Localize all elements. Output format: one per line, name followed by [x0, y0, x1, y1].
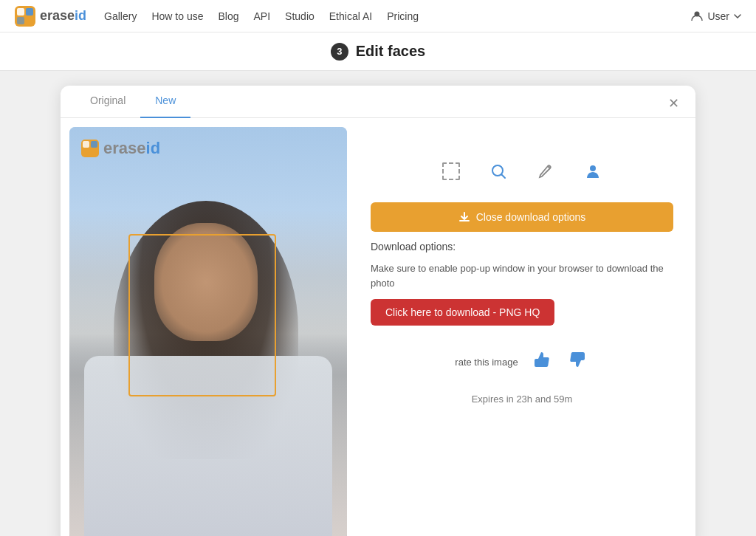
- edit-tool-button[interactable]: [529, 155, 562, 188]
- image-panel: eraseid: [61, 118, 356, 536]
- step-badge: 3: [331, 43, 348, 61]
- tab-original[interactable]: Original: [75, 86, 140, 118]
- expires-text: Expires in 23h and 59m: [371, 394, 673, 405]
- logo[interactable]: eraseid: [15, 6, 86, 27]
- right-panel: Close download options Download options:…: [356, 118, 695, 536]
- search-tool-button[interactable]: [482, 155, 515, 188]
- watermark-text: eraseid: [103, 139, 160, 158]
- svg-rect-7: [91, 141, 97, 148]
- face-detection-box: [128, 234, 276, 396]
- close-download-options-label: Close download options: [476, 211, 586, 223]
- tab-new[interactable]: New: [140, 86, 190, 118]
- svg-rect-6: [83, 141, 89, 148]
- svg-point-10: [590, 165, 596, 171]
- nav-blog[interactable]: Blog: [218, 10, 238, 22]
- download-note: Make sure to enable pop-up window in you…: [371, 261, 673, 290]
- card: ✕ Original New: [61, 86, 695, 536]
- close-download-options-button[interactable]: Close download options: [371, 202, 673, 232]
- thumbs-up-button[interactable]: [530, 348, 554, 376]
- nav-ethical-ai[interactable]: Ethical AI: [329, 10, 372, 22]
- watermark-logo-icon: [81, 140, 99, 157]
- image-container: eraseid: [69, 127, 347, 536]
- main-area: ✕ Original New: [0, 71, 756, 536]
- person-icon: [585, 163, 601, 179]
- rating-label: rate this image: [455, 357, 518, 368]
- svg-rect-1: [17, 8, 24, 16]
- nav-api[interactable]: API: [254, 10, 271, 22]
- pencil-icon: [537, 163, 554, 179]
- chevron-down-icon: [734, 14, 741, 18]
- person-tool-button[interactable]: [577, 155, 609, 188]
- logo-label: eraseid: [40, 8, 86, 24]
- thumbs-down-icon: [568, 351, 586, 368]
- nav-how-to-use[interactable]: How to use: [151, 10, 203, 22]
- download-png-label: Click here to download - PNG HQ: [385, 306, 540, 318]
- svg-rect-3: [17, 17, 24, 24]
- rating-row: rate this image: [371, 348, 673, 376]
- watermark: eraseid: [81, 139, 160, 158]
- navbar: eraseid Gallery How to use Blog API Stud…: [0, 0, 756, 32]
- nav-gallery[interactable]: Gallery: [104, 10, 137, 22]
- download-options-section: Close download options Download options:…: [371, 202, 673, 326]
- nav-links: Gallery How to use Blog API Studio Ethic…: [104, 10, 673, 22]
- download-options-title: Download options:: [371, 241, 673, 252]
- card-body: eraseid: [61, 118, 695, 536]
- nav-pricing[interactable]: Pricing: [387, 10, 419, 22]
- thumbs-down-button[interactable]: [566, 348, 589, 376]
- close-button[interactable]: ✕: [663, 93, 684, 114]
- logo-icon: [15, 6, 35, 27]
- page-title: Edit faces: [356, 43, 425, 60]
- tool-icons-row: [371, 155, 673, 188]
- card-tabs: Original New: [61, 86, 695, 118]
- user-menu[interactable]: User: [691, 10, 741, 22]
- user-label: User: [707, 10, 729, 22]
- page-title-bar: 3 Edit faces: [0, 32, 756, 71]
- select-icon: [442, 162, 460, 180]
- svg-line-9: [502, 175, 506, 179]
- user-icon: [691, 10, 703, 22]
- svg-rect-2: [26, 8, 33, 16]
- select-tool-button[interactable]: [435, 155, 467, 188]
- download-png-button[interactable]: Click here to download - PNG HQ: [371, 299, 554, 326]
- search-icon: [490, 163, 506, 179]
- thumbs-up-icon: [533, 351, 551, 368]
- download-icon: [458, 211, 470, 223]
- nav-studio[interactable]: Studio: [285, 10, 315, 22]
